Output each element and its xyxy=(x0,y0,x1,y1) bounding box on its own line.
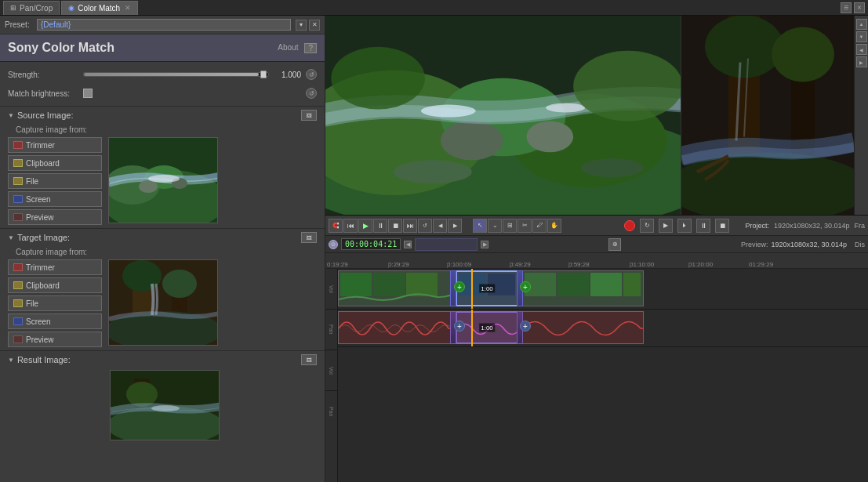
playhead-video xyxy=(471,269,473,309)
track-label-pan2: Pan xyxy=(325,391,337,432)
razor-btn[interactable]: ✂ xyxy=(518,219,532,233)
plugin-header: Sony Color Match About ? xyxy=(0,34,325,62)
target-file-label: File xyxy=(26,299,38,308)
play-btn[interactable]: ▶ xyxy=(358,219,372,233)
side-btn-3[interactable]: ◀ xyxy=(856,44,867,55)
svg-point-12 xyxy=(162,270,197,298)
ruler-mark-7: 01:29:29 xyxy=(749,261,773,268)
tab-pan-crop[interactable]: ⊞ Pan/Crop xyxy=(3,1,60,15)
audioclip2-duration: 1:00 xyxy=(479,324,495,332)
ruler-mark-1: 0:29:29 xyxy=(388,261,409,268)
match-brightness-label: Match brightness: xyxy=(8,89,78,98)
add-audio-btn-2[interactable]: + xyxy=(520,321,531,332)
snap-btn[interactable]: 🧲 xyxy=(329,219,343,233)
playhead-audio xyxy=(471,310,473,346)
pause-btn[interactable]: ⏸ xyxy=(373,219,387,233)
add-clip-btn-2[interactable]: + xyxy=(520,281,531,292)
preset-dropdown[interactable]: {Default} xyxy=(37,19,291,31)
target-trimmer-btn[interactable]: Trimmer xyxy=(8,259,102,275)
select-btn[interactable]: ↖ xyxy=(473,219,487,233)
main-content: Preset: {Default} ▾ ✕ Sony Color Match A… xyxy=(0,16,868,482)
target-preview-btn[interactable]: Preview xyxy=(8,332,102,347)
source-image-icon[interactable]: 🖼 xyxy=(301,110,317,121)
svg-point-25 xyxy=(526,121,573,152)
result-image-section: ▼ Result Image: 🖼 xyxy=(0,350,325,444)
source-capture-label: Capture image from: xyxy=(8,125,317,134)
source-preview-label: Preview xyxy=(26,213,54,222)
add-audio-btn-1[interactable]: + xyxy=(454,321,465,332)
strength-reset-btn[interactable]: ↺ xyxy=(306,69,317,80)
svg-rect-54 xyxy=(523,312,644,344)
transport-left-group: 🧲 ⏮ ▶ ⏸ ⏹ ⏭ ↺ ◀ ▶ xyxy=(329,219,462,233)
loop-region-btn[interactable]: ↻ xyxy=(640,219,654,233)
video-clip-2[interactable]: 1:00 xyxy=(456,270,518,306)
loop-btn[interactable]: ↺ xyxy=(418,219,432,233)
source-screen-btn[interactable]: Screen xyxy=(8,191,102,207)
tab-close-icon[interactable]: ✕ xyxy=(125,4,131,12)
side-btn-4[interactable]: ▶ xyxy=(856,56,867,67)
prev-frame-btn[interactable]: ◀ xyxy=(433,219,447,233)
tc-textbox[interactable] xyxy=(415,238,478,251)
target-clipboard-btn[interactable]: Clipboard xyxy=(8,277,102,293)
video-clip-3[interactable] xyxy=(522,270,644,306)
video-clip-1[interactable] xyxy=(338,270,452,306)
hand-btn[interactable]: ✋ xyxy=(547,219,561,233)
brush-btn[interactable]: 🖊 xyxy=(532,219,547,233)
dis-label: Dis xyxy=(855,241,865,248)
preset-save-btn[interactable]: ▾ xyxy=(296,20,307,31)
ruler-mark-3: 0:49:29 xyxy=(510,261,531,268)
next-frame-btn[interactable]: ▶ xyxy=(448,219,462,233)
audio-clip-1[interactable] xyxy=(338,311,452,344)
tc-next-btn[interactable]: ▶ xyxy=(481,241,488,248)
svg-point-36 xyxy=(772,27,834,82)
strength-slider[interactable] xyxy=(83,72,269,77)
target-file-btn[interactable]: File xyxy=(8,295,102,311)
svg-point-29 xyxy=(581,158,644,177)
audio-clip-2[interactable]: 1:00 xyxy=(456,311,518,344)
help-link[interactable]: ? xyxy=(304,43,317,53)
preset-close-btn[interactable]: ✕ xyxy=(309,20,320,31)
result-section-header: ▼ Result Image: 🖼 xyxy=(8,354,317,365)
stop2-btn[interactable]: ⏹ xyxy=(715,219,729,233)
tc-marker-icon[interactable]: ⊕ xyxy=(608,238,621,251)
match-brightness-reset-btn[interactable]: ↺ xyxy=(306,88,317,99)
source-file-btn[interactable]: File xyxy=(8,173,102,189)
audio-clip-3[interactable] xyxy=(522,311,644,344)
result-image-icon[interactable]: 🖼 xyxy=(301,354,317,365)
tab-color-match-label: Color Match xyxy=(78,4,120,13)
match-brightness-checkbox[interactable] xyxy=(83,89,93,98)
ff-end-btn[interactable]: ⏭ xyxy=(403,219,417,233)
small-video-preview xyxy=(681,16,854,215)
controls-section: Strength: 1.000 ↺ Match brightness: ↺ xyxy=(0,62,325,106)
tab-bar-close-btn[interactable]: ✕ xyxy=(854,2,865,13)
envelope-btn[interactable]: ⌄ xyxy=(488,219,502,233)
timeline-area: 0:19:29 0:29:29 0:100:09 0:49:29 0:59:28… xyxy=(325,253,868,482)
target-section-title: Target Image: xyxy=(17,233,70,242)
tab-bar-menu-btn[interactable]: ☰ xyxy=(841,2,852,13)
target-image-icon[interactable]: 🖼 xyxy=(301,232,317,243)
svg-point-28 xyxy=(394,160,472,183)
zoom-btn[interactable]: ⊞ xyxy=(503,219,517,233)
timecode-display[interactable]: 00:00:04:21 xyxy=(341,238,401,250)
video-track-row: 1:00 + xyxy=(338,269,868,310)
add-clip-btn-1[interactable]: + xyxy=(454,281,465,292)
side-btn-2[interactable]: ▼ xyxy=(856,31,867,42)
main-video-svg xyxy=(325,16,681,215)
render-btn[interactable]: ⏵ xyxy=(677,219,692,233)
target-screen-btn[interactable]: Screen xyxy=(8,313,102,329)
tc-prev-btn[interactable]: ◀ xyxy=(404,241,412,248)
source-clipboard-btn[interactable]: Clipboard xyxy=(8,155,102,171)
tab-color-match[interactable]: ◉ Color Match ✕ xyxy=(61,1,138,15)
stop-btn[interactable]: ⏹ xyxy=(388,219,402,233)
source-preview-btn[interactable]: Preview xyxy=(8,209,102,225)
about-link[interactable]: About xyxy=(278,43,298,53)
rewind-start-btn[interactable]: ⏮ xyxy=(343,219,358,233)
preview-btn[interactable]: ▶ xyxy=(659,219,673,233)
source-trimmer-btn[interactable]: Trimmer xyxy=(8,137,102,153)
svg-rect-42 xyxy=(373,273,405,296)
tab-pan-crop-label: Pan/Crop xyxy=(20,4,53,13)
record-button[interactable] xyxy=(624,220,635,231)
pause2-btn[interactable]: ⏸ xyxy=(696,219,710,233)
project-value: 1920x1080x32, 30.014p xyxy=(774,222,850,230)
side-btn-1[interactable]: ▲ xyxy=(856,19,867,30)
